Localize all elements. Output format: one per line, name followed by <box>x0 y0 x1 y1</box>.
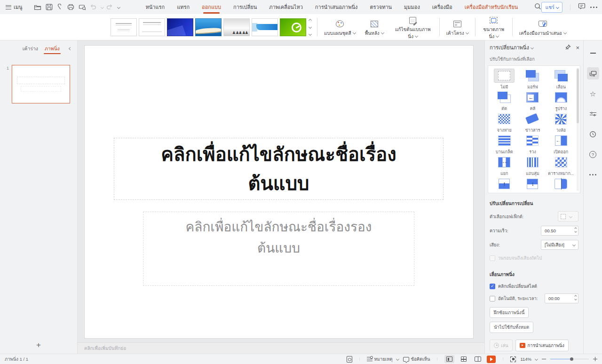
duration-step-up-icon[interactable] <box>574 295 577 298</box>
tab-view[interactable]: มุมมอง <box>398 0 426 14</box>
sound-dropdown[interactable]: [ไม่มีเสียง] <box>541 240 578 250</box>
main-menu-button[interactable]: เมนู <box>4 3 24 11</box>
transition-comb[interactable]: รวง <box>518 134 547 155</box>
open-folder-icon[interactable] <box>34 4 41 10</box>
tab-review[interactable]: ตรวจทาน <box>364 0 398 14</box>
template-thumbnail[interactable] <box>111 18 137 36</box>
template-thumbnail[interactable] <box>139 18 165 36</box>
toolbar-dropdown-icon[interactable] <box>117 5 120 8</box>
slideshow-button[interactable]: การนำเสนอภาพนิ่ง <box>515 340 569 351</box>
speed-input[interactable]: 00.50 <box>541 226 578 236</box>
apply-to-all-button[interactable]: นำไปใช้กับทั้งหมด <box>490 322 533 332</box>
subtitle-placeholder[interactable]: คลิกเพื่อแก้ไขลักษณะชื่อเรื่องรอง ต้นแบบ <box>143 212 414 286</box>
tab-slides[interactable]: ภาพนิ่ง <box>45 40 60 56</box>
background-button[interactable]: พื้นหลัง <box>360 17 388 38</box>
template-thumbnail[interactable] <box>195 18 222 36</box>
settings-sliders-icon[interactable] <box>587 108 599 120</box>
start-slideshow-button[interactable] <box>487 356 496 363</box>
gallery-scroll-down-icon[interactable] <box>309 25 312 29</box>
slide-canvas[interactable]: คลิกเพื่อแก้ไขลักษณะชื่อเรื่อง ต้นแบบ คล… <box>85 46 473 338</box>
help-icon[interactable]: ? <box>587 148 599 160</box>
tab-animations[interactable]: ภาพเคลื่อนไหว <box>263 0 309 14</box>
duration-step-down-icon[interactable] <box>574 298 577 301</box>
transition-sink-down[interactable] <box>518 177 547 193</box>
fit-to-window-icon[interactable] <box>510 356 516 362</box>
tab-home[interactable]: หน้าแรก <box>140 0 171 14</box>
more-options-icon[interactable] <box>590 7 597 8</box>
transition-checkerboard[interactable]: ตารางหมาก... <box>547 155 575 177</box>
rehearse-slide-button[interactable]: ฝึกซ้อมภาพนิ่งนี้ <box>490 307 529 318</box>
clip-icon[interactable] <box>57 4 63 11</box>
print-icon[interactable] <box>67 4 74 10</box>
presenter-notes-device-icon[interactable] <box>347 356 352 363</box>
on-click-checkbox[interactable]: ✓ <box>490 284 495 289</box>
comment-feedback-icon[interactable] <box>578 3 586 11</box>
save-icon[interactable] <box>46 4 53 10</box>
transition-fade[interactable]: เลือน <box>547 69 575 90</box>
notes-input[interactable]: คลิกเพื่อเพิ่มบันทึกย่อ <box>78 342 484 354</box>
auto-advance-checkbox[interactable] <box>490 296 495 301</box>
transition-dissolve[interactable]: จางหาย <box>490 112 518 134</box>
tab-design[interactable]: ออกแบบ <box>196 0 227 14</box>
zoom-slider[interactable] <box>550 356 589 362</box>
title-placeholder[interactable]: คลิกเพื่อแก้ไขลักษณะชื่อเรื่อง ต้นแบบ <box>114 138 444 200</box>
tab-student-tools[interactable]: เครื่องมือสำหรับนักเรียน <box>459 0 524 14</box>
slide-thumbnail-1[interactable] <box>12 65 70 103</box>
presentation-tools-button[interactable]: เครื่องมืองานนำเสนอ <box>515 17 571 38</box>
undo-dropdown-icon[interactable] <box>100 5 103 8</box>
zoom-slider-knob[interactable] <box>570 357 573 361</box>
transition-wheel[interactable]: วงล้อ <box>547 112 575 134</box>
template-thumbnail[interactable] <box>280 18 306 36</box>
template-thumbnail[interactable] <box>167 18 193 36</box>
gallery-scrollbar[interactable] <box>577 68 579 191</box>
transition-uncover[interactable]: เปิดออก <box>547 134 575 155</box>
transition-blinds[interactable]: บานเกล็ด <box>490 134 518 155</box>
tab-transitions[interactable]: การเปลี่ยน <box>227 0 263 14</box>
edit-slide-master-button[interactable]: แก้ไขต้นแบบภาพนิ่ง <box>388 13 437 41</box>
zoom-in-button[interactable] <box>593 357 597 361</box>
slide-size-button[interactable]: ขนาดภาพนิ่ง <box>477 13 510 41</box>
collapse-panel-icon[interactable] <box>69 47 72 50</box>
transition-random-bars[interactable]: แถบสุ่ม <box>518 155 547 177</box>
zoom-out-button[interactable] <box>542 359 546 360</box>
gallery-scroll-up-icon[interactable] <box>309 18 312 22</box>
comments-button[interactable]: ข้อคิดเห็น <box>403 356 430 363</box>
redo-icon[interactable] <box>106 3 113 11</box>
transition-cut[interactable]: ตัด <box>490 90 518 112</box>
notes-toggle-button[interactable]: หมายเหตุ <box>367 356 399 363</box>
history-clock-icon[interactable] <box>587 128 599 140</box>
speed-step-down-icon[interactable] <box>574 230 577 233</box>
pin-icon[interactable] <box>565 44 571 51</box>
normal-view-button[interactable] <box>444 355 454 363</box>
add-slide-button[interactable]: + <box>0 340 77 350</box>
template-thumbnail[interactable] <box>223 18 250 36</box>
tab-tools[interactable]: เครื่องมือ <box>426 0 459 14</box>
transition-push[interactable]: คลี <box>518 90 547 112</box>
color-scheme-button[interactable]: แบบแผนชุดสี <box>319 17 360 38</box>
slide-sorter-view-button[interactable] <box>459 355 468 363</box>
transition-none[interactable]: ไม่มี <box>490 69 518 90</box>
transition-page-curl[interactable] <box>547 177 575 193</box>
transition-split[interactable]: แยก <box>490 155 518 177</box>
reading-view-button[interactable] <box>473 355 483 363</box>
share-button[interactable]: แชร์ <box>541 2 562 13</box>
transition-shape[interactable]: รูปร่าง <box>547 90 575 112</box>
search-icon[interactable] <box>534 3 541 12</box>
print-preview-icon[interactable] <box>79 4 86 10</box>
auto-duration-input[interactable]: 00:00 <box>545 293 578 303</box>
template-thumbnail[interactable] <box>252 18 278 36</box>
undo-icon[interactable] <box>90 3 96 11</box>
panel-title-dropdown-icon[interactable] <box>531 46 534 49</box>
zoom-level-button[interactable]: 114% <box>520 356 538 362</box>
gallery-more-icon[interactable] <box>309 32 312 35</box>
effects-star-icon[interactable]: ☆ <box>587 87 599 100</box>
close-panel-icon[interactable]: × <box>576 44 579 51</box>
transition-rise-up[interactable] <box>490 177 518 193</box>
tab-outline[interactable]: เค้าร่าง <box>23 40 38 56</box>
rail-more-icon[interactable] <box>587 168 599 181</box>
tab-slideshow[interactable]: การนำเสนอภาพนิ่ง <box>309 0 364 14</box>
advance-on-click-row[interactable]: ✓ คลิกเพื่อเปลี่ยนสไลด์ <box>490 283 578 290</box>
tab-insert[interactable]: แทรก <box>171 0 196 14</box>
transition-pane-icon[interactable] <box>587 67 599 79</box>
transition-morph[interactable]: มอร์ฟ <box>518 69 547 90</box>
